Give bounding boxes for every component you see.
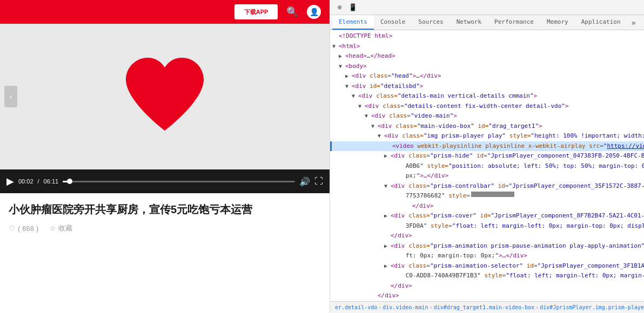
tab-sources[interactable]: Sources — [412, 15, 450, 30]
head-close: </head> — [370, 52, 395, 61]
head-collapsed: … — [367, 52, 371, 61]
doctype-tag: <!DOCTYPE html> — [339, 32, 392, 41]
breadcrumb-item-3[interactable]: div#JprismPlayer.img.prism-player.play — [540, 304, 644, 310]
left-panel: 下载APP 🔍 👤 ‹ ▶ 00:02 / 06:11 🔊 ⛶ 小伙肿瘤医院旁 — [0, 0, 330, 313]
dom-line-main-video-box[interactable]: <div class="main-video-box" id="drag_tar… — [330, 121, 644, 132]
dom-line-detailsbd[interactable]: <div id="detailsbd"> — [330, 81, 644, 92]
triangle-html[interactable] — [332, 42, 339, 50]
triangle-video-main[interactable] — [365, 112, 371, 120]
nav-arrow-left[interactable]: ‹ — [4, 86, 17, 107]
time-total: 06:11 — [44, 178, 59, 185]
triangle-detailsbd[interactable] — [345, 82, 352, 90]
inspect-element-button[interactable]: ⊕ — [334, 2, 345, 13]
star-icon: ☆ — [49, 224, 56, 233]
dom-line-prism-animation-2[interactable]: ft: 0px; margin-top: 0px;">…</div> — [330, 251, 644, 261]
attr-class: class= — [370, 72, 391, 81]
article-meta: ♡ ( 668 ) ☆ 收藏 — [9, 223, 321, 233]
dom-line-controlbar[interactable]: <div class="prism-controlbar" id="Jprism… — [330, 181, 644, 192]
video-container: ‹ — [0, 24, 330, 169]
triangle-prism-hide[interactable] — [384, 152, 391, 160]
favorites-label: 收藏 — [58, 223, 72, 233]
breadcrumb-item-0[interactable]: er.detail-vdo — [335, 304, 377, 310]
heart-image — [111, 43, 219, 151]
header-red-block — [0, 0, 54, 24]
header: 下载APP 🔍 👤 — [0, 0, 330, 24]
dom-line-img-prism[interactable]: <div class="img prism-player play" style… — [330, 131, 644, 141]
tab-console[interactable]: Console — [374, 15, 412, 30]
likes-number: 668 — [22, 224, 34, 233]
dom-line-div-close-2[interactable]: </div> — [330, 291, 644, 301]
search-icon[interactable]: 🔍 — [286, 6, 298, 18]
dom-line-prism-animation[interactable]: <div class="prism-animation prism-pause-… — [330, 241, 644, 251]
style-bar — [471, 192, 514, 197]
fullscreen-button[interactable]: ⛶ — [314, 176, 323, 186]
triangle-head[interactable] — [339, 52, 345, 60]
triangle-main-video-box[interactable] — [371, 122, 378, 130]
dom-line-controlbar-2[interactable]: 7753786682" style= — [330, 191, 644, 201]
dom-line-prism-hide-3[interactable]: px;">…</div> — [330, 171, 644, 181]
dom-line-doctype[interactable]: <!DOCTYPE html> — [330, 31, 644, 42]
body-tag: <body> — [345, 62, 367, 71]
triangle-prism-animation[interactable] — [384, 242, 391, 250]
dom-line-body[interactable]: <body> — [330, 62, 644, 72]
dom-line-controlbar-close[interactable]: </div> — [330, 201, 644, 212]
attr-val-head: "head" — [391, 72, 413, 81]
volume-button[interactable]: 🔊 — [299, 176, 310, 187]
html-tag: <html> — [339, 42, 360, 51]
triangle-body[interactable] — [339, 62, 345, 70]
triangle-details-main[interactable] — [352, 92, 358, 100]
devtools-panel: ⊕ 📱 Elements Console Sources Network Per… — [330, 0, 644, 313]
favorites-item[interactable]: ☆ 收藏 — [49, 223, 72, 233]
devtools-tabs: Elements Console Sources Network Perform… — [330, 15, 644, 30]
triangle-prism-cover[interactable] — [384, 212, 391, 220]
tab-elements[interactable]: Elements — [332, 15, 374, 30]
avatar-icon[interactable]: 👤 — [307, 5, 321, 19]
triangle-head-div[interactable] — [345, 72, 352, 80]
video-controls: ▶ 00:02 / 06:11 🔊 ⛶ — [0, 169, 330, 193]
breadcrumb-item-1[interactable]: div.video-main — [383, 304, 428, 310]
time-sep: / — [38, 178, 39, 185]
likes-count: ( — [18, 224, 20, 233]
tab-network[interactable]: Network — [450, 15, 488, 30]
dom-line-head[interactable]: <head>…</head> — [330, 51, 644, 62]
article-content: 小伙肿瘤医院旁开共享厨房，宣传5元吃饱亏本运营 ♡ ( 668 ) ☆ 收藏 — [0, 193, 330, 313]
dom-line-video-main[interactable]: <div class="video-main"> — [330, 111, 644, 121]
triangle-prism-selector[interactable] — [384, 262, 391, 270]
dom-line-prism-selector[interactable]: <div class="prism-animation-selector" id… — [330, 261, 644, 271]
triangle-controlbar[interactable] — [384, 182, 391, 190]
devtools-dom-content[interactable]: <!DOCTYPE html> <html> <head>…</head> <b… — [330, 30, 644, 301]
device-toolbar-button[interactable]: 📱 — [347, 2, 358, 13]
play-button[interactable]: ▶ — [6, 175, 14, 187]
dom-line-prism-cover[interactable]: <div class="prism-cover" id="JprismPlaye… — [330, 211, 644, 221]
dom-line-head-div[interactable]: <div class="head">…</div> — [330, 71, 644, 81]
time-current: 00:02 — [18, 178, 33, 185]
dom-line-prism-hide-2[interactable]: A0B6" style="position: absolute; left: 5… — [330, 161, 644, 172]
dom-line-prism-cover-close[interactable]: </div> — [330, 231, 644, 241]
devtools-more-tabs[interactable]: » — [627, 15, 640, 30]
progress-dot — [67, 179, 72, 184]
head-tag: <head> — [345, 52, 367, 61]
dom-line-prism-cover-2[interactable]: 3FD0A" style="float: left; margin-left: … — [330, 221, 644, 232]
devtools-toolbar: ⊕ 📱 — [330, 0, 644, 15]
breadcrumb-item-2[interactable]: div#drag_target1.main-video-box — [434, 304, 535, 310]
tab-performance[interactable]: Performance — [488, 15, 540, 30]
download-app-button[interactable]: 下载APP — [234, 4, 278, 19]
progress-fill — [63, 181, 70, 182]
progress-bar[interactable] — [63, 181, 295, 182]
dom-line-details-content[interactable]: <div class="details-content fix-width-ce… — [330, 101, 644, 112]
triangle-details-content[interactable] — [358, 102, 365, 110]
video-background: ‹ — [0, 24, 330, 169]
dom-line-html[interactable]: <html> — [330, 42, 644, 52]
tab-application[interactable]: Application — [575, 15, 627, 30]
tab-memory[interactable]: Memory — [540, 15, 575, 30]
likes-close: ) — [36, 224, 38, 233]
dom-line-prism-hide[interactable]: <div class="prism-hide" id="JprismPlayer… — [330, 151, 644, 161]
dom-line-prism-selector-2[interactable]: C0-ADD8-740A49B7F1B3" style="float: left… — [330, 271, 644, 281]
dom-line-video-element[interactable]: <video webkit-playsinline playsinline x-… — [330, 141, 644, 152]
likes-item[interactable]: ♡ ( 668 ) — [9, 224, 38, 233]
dom-line-div-close-1[interactable]: </div> — [330, 281, 644, 291]
devtools-breadcrumb: er.detail-vdo › div.video-main › div#dra… — [330, 301, 644, 313]
triangle-img-prism[interactable] — [378, 132, 384, 140]
article-title: 小伙肿瘤医院旁开共享厨房，宣传5元吃饱亏本运营 — [9, 202, 321, 217]
dom-line-details-main[interactable]: <div class="details-main vertical-detail… — [330, 91, 644, 101]
